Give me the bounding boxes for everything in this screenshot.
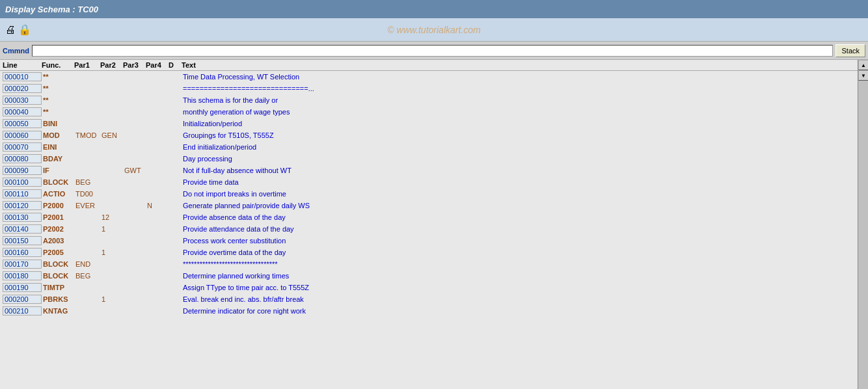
cell-par1: END: [75, 260, 102, 268]
header-func: Func.: [42, 61, 74, 69]
cell-text: Assign TType to time pair acc. to T555Z: [183, 284, 865, 291]
toolbar: 🖨 🔒 © www.tutorialkart.com: [0, 18, 868, 42]
stack-button[interactable]: Stack: [835, 44, 865, 57]
header-par4: Par4: [146, 61, 169, 69]
cell-line: 000040: [3, 107, 42, 116]
command-input[interactable]: [32, 45, 834, 57]
cell-line: 000160: [3, 248, 42, 257]
table-row[interactable]: 000040 ** monthly generation of wage typ…: [0, 106, 868, 118]
cell-text: Provide time data: [183, 178, 865, 186]
cell-par1: BEG: [75, 178, 102, 186]
cell-par1: BEG: [75, 272, 102, 280]
cell-text: This schema is for the daily or: [183, 96, 865, 104]
header-par3: Par3: [123, 61, 146, 69]
command-label: Cmmnd: [3, 47, 29, 55]
cell-func: BLOCK: [43, 260, 75, 268]
table-row[interactable]: 000140 P2002 1 Provide attendance data o…: [0, 223, 868, 235]
cell-text: Provide absence data of the day: [183, 213, 865, 221]
cell-par1: TD00: [75, 190, 102, 198]
table-row[interactable]: 000170 BLOCK END ***********************…: [0, 258, 868, 270]
cell-line: 000190: [3, 283, 42, 292]
cell-text: Not if full-day absence without WT: [183, 167, 865, 174]
cell-func: P2002: [43, 225, 75, 233]
cell-line: 000200: [3, 295, 42, 304]
cell-text: Initialization/period: [183, 120, 865, 127]
cell-line: 000080: [3, 154, 42, 163]
cell-par3: GWT: [124, 167, 147, 174]
cell-par1: TMOD: [75, 131, 102, 139]
cell-text: Day processing: [183, 155, 865, 163]
cell-line: 000030: [3, 96, 42, 105]
cell-line: 000140: [3, 224, 42, 234]
table-row[interactable]: 000110 ACTIO TD00 Do not import breaks i…: [0, 188, 868, 200]
cell-func: **: [43, 85, 75, 92]
table-row[interactable]: 000090 IF GWT Not if full-day absence wi…: [0, 165, 868, 176]
header-par2: Par2: [100, 61, 123, 69]
cell-line: 000210: [3, 306, 42, 315]
print-icon[interactable]: 🖨: [5, 24, 16, 36]
cell-line: 000180: [3, 271, 42, 280]
cell-func: P2005: [43, 248, 75, 256]
cell-line: 000050: [3, 119, 42, 128]
table-row[interactable]: 000020 ** ==============================…: [0, 83, 868, 94]
cell-par2: 1: [102, 295, 124, 303]
cell-par2: 1: [102, 225, 124, 233]
cell-text: Groupings for T510S, T555Z: [183, 131, 865, 139]
table-row[interactable]: 000150 A2003 Process work center substit…: [0, 235, 868, 247]
scroll-down-arrow[interactable]: ▼: [858, 70, 868, 81]
cell-func: BLOCK: [43, 272, 75, 280]
table-row[interactable]: 000080 BDAY Day processing: [0, 153, 868, 165]
cell-line: 000070: [3, 142, 42, 152]
cell-func: A2003: [43, 237, 75, 245]
cell-func: EINI: [43, 143, 75, 151]
cell-text: End initialization/period: [183, 143, 865, 151]
cell-func: **: [43, 73, 75, 81]
table-row[interactable]: 000210 KNTAG Determine indicator for cor…: [0, 305, 868, 317]
cell-par1: EVER: [75, 202, 102, 209]
cell-line: 000150: [3, 236, 42, 245]
toolbar-icons: 🖨 🔒: [5, 23, 31, 36]
cell-func: P2001: [43, 213, 75, 221]
header-par1: Par1: [74, 61, 100, 69]
scrollbar-vertical[interactable]: ▲ ▼: [858, 60, 868, 389]
table-row[interactable]: 000120 P2000 EVER N Generate planned pai…: [0, 200, 868, 211]
command-bar: Cmmnd Stack: [0, 42, 868, 60]
cell-line: 000120: [3, 201, 42, 210]
lock-icon[interactable]: 🔒: [18, 23, 31, 36]
table-row[interactable]: 000160 P2005 1 Provide overtime data of …: [0, 247, 868, 258]
table-row[interactable]: 000030 ** This schema is for the daily o…: [0, 94, 868, 106]
table-row[interactable]: 000180 BLOCK BEG Determine planned worki…: [0, 270, 868, 282]
table-row[interactable]: 000070 EINI End initialization/period: [0, 141, 868, 153]
cell-func: **: [43, 96, 75, 104]
cell-text: Generate planned pair/provide daily WS: [183, 202, 865, 209]
title-bar: Display Schema : TC00: [0, 0, 868, 18]
cell-func: P2000: [43, 202, 75, 209]
cell-par2: 1: [102, 248, 124, 256]
table-row[interactable]: 000010 ** Time Data Processing, WT Selec…: [0, 71, 868, 83]
table-row[interactable]: 000050 BINI Initialization/period: [0, 118, 868, 129]
table-row[interactable]: 000190 TIMTP Assign TType to time pair a…: [0, 282, 868, 293]
cell-func: BDAY: [43, 155, 75, 163]
cell-func: BLOCK: [43, 178, 75, 186]
cell-line: 000110: [3, 189, 42, 198]
table-row[interactable]: 000200 PBRKS 1 Eval. break end inc. abs.…: [0, 293, 868, 305]
table-row[interactable]: 000130 P2001 12 Provide absence data of …: [0, 211, 868, 223]
scroll-up-arrow[interactable]: ▲: [858, 60, 868, 70]
header-d: D: [169, 61, 182, 69]
main-content: Line Func. Par1 Par2 Par3 Par4 D Text 00…: [0, 60, 868, 389]
cell-line: 000020: [3, 84, 42, 93]
cell-text: Process work center substitution: [183, 237, 865, 245]
cell-line: 000170: [3, 260, 42, 269]
cell-text: Provide overtime data of the day: [183, 248, 865, 256]
cell-func: KNTAG: [43, 307, 75, 315]
cell-text: Do not import breaks in overtime: [183, 190, 865, 198]
table-row[interactable]: 000060 MOD TMOD GEN Groupings for T510S,…: [0, 129, 868, 141]
cell-text: Provide attendance data of the day: [183, 225, 865, 233]
cell-line: 000130: [3, 213, 42, 222]
cell-par2: 12: [102, 213, 124, 221]
cell-line: 000060: [3, 131, 42, 140]
cell-func: PBRKS: [43, 295, 75, 303]
table-row[interactable]: 000100 BLOCK BEG Provide time data: [0, 176, 868, 188]
title-text: Display Schema : TC00: [5, 5, 98, 14]
table-header: Line Func. Par1 Par2 Par3 Par4 D Text: [0, 60, 868, 71]
